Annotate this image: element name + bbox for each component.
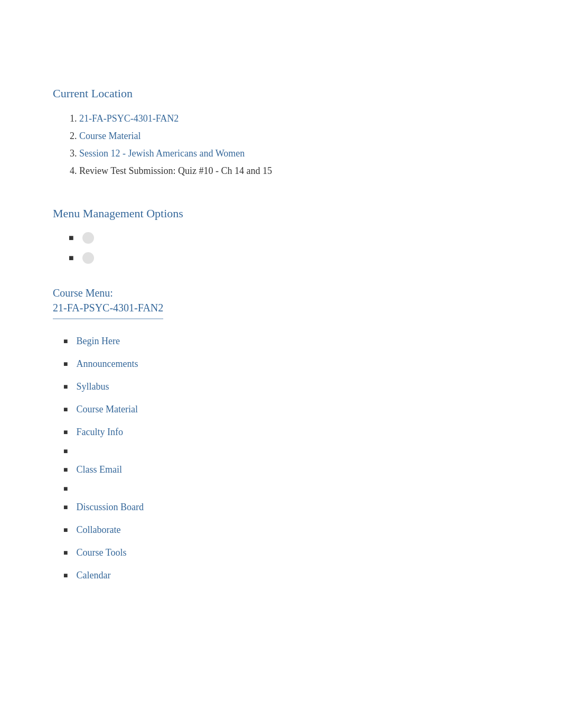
arrow-icon-class-email: ■ <box>63 464 68 475</box>
arrow-icon-faculty-info: ■ <box>63 427 68 438</box>
arrow-icon-discussion-board: ■ <box>63 502 68 513</box>
course-menu-title: Course Menu: 21-FA-PSYC-4301-FAN2 <box>53 285 163 319</box>
breadcrumb-link-3[interactable]: Session 12 - Jewish Americans and Women <box>79 148 245 159</box>
arrow-icon-empty-2: ■ <box>63 483 68 494</box>
course-menu-item-course-tools[interactable]: ■ Course Tools <box>53 541 508 564</box>
current-location-heading: Current Location <box>53 85 508 102</box>
breadcrumb-item-3[interactable]: Session 12 - Jewish Americans and Women <box>79 146 508 161</box>
arrow-icon-announcements: ■ <box>63 358 68 370</box>
course-menu-link-course-material[interactable]: Course Material <box>76 402 137 417</box>
course-menu-item-discussion-board[interactable]: ■ Discussion Board <box>53 496 508 519</box>
course-menu-item-begin-here[interactable]: ■ Begin Here <box>53 330 508 353</box>
arrow-icon-course-material: ■ <box>63 404 68 415</box>
breadcrumb-link-1[interactable]: 21-FA-PSYC-4301-FAN2 <box>79 113 179 124</box>
course-menu-link-discussion-board[interactable]: Discussion Board <box>76 500 144 514</box>
course-menu-item-class-email[interactable]: ■ Class Email <box>53 458 508 481</box>
arrow-icon-2: ■ <box>69 252 74 264</box>
course-menu-item-collaborate[interactable]: ■ Collaborate <box>53 519 508 541</box>
course-menu-item-empty-2: ■ <box>53 481 508 496</box>
arrow-icon-empty-1: ■ <box>63 446 68 457</box>
breadcrumb-item-1[interactable]: 21-FA-PSYC-4301-FAN2 <box>79 112 508 126</box>
course-menu-link-syllabus[interactable]: Syllabus <box>76 380 109 394</box>
breadcrumb-item-2[interactable]: Course Material <box>79 129 508 143</box>
course-menu-item-calendar[interactable]: ■ Calendar <box>53 564 508 587</box>
course-menu-item-syllabus[interactable]: ■ Syllabus <box>53 375 508 398</box>
breadcrumb-item-4: Review Test Submission: Quiz #10 - Ch 14… <box>79 164 508 178</box>
course-menu-item-announcements[interactable]: ■ Announcements <box>53 353 508 375</box>
arrow-icon-course-tools: ■ <box>63 547 68 558</box>
course-menu-link-class-email[interactable]: Class Email <box>76 463 122 477</box>
menu-icon-placeholder-2 <box>82 252 94 264</box>
arrow-icon-begin-here: ■ <box>63 336 68 347</box>
arrow-icon-1: ■ <box>69 232 74 244</box>
course-menu-link-announcements[interactable]: Announcements <box>76 357 138 371</box>
course-menu-item-empty-1: ■ <box>53 444 508 458</box>
course-menu-link-faculty-info[interactable]: Faculty Info <box>76 425 123 439</box>
arrow-icon-syllabus: ■ <box>63 381 68 392</box>
menu-management-section: Menu Management Options ■ ■ <box>53 205 508 264</box>
arrow-icon-calendar: ■ <box>63 570 68 581</box>
course-menu-section: Course Menu: 21-FA-PSYC-4301-FAN2 ■ Begi… <box>53 285 508 587</box>
course-menu-link-collaborate[interactable]: Collaborate <box>76 523 120 537</box>
course-menu-item-faculty-info[interactable]: ■ Faculty Info <box>53 421 508 444</box>
course-menu-item-course-material[interactable]: ■ Course Material <box>53 398 508 421</box>
menu-icon-placeholder-1 <box>82 232 94 244</box>
course-menu-link-course-tools[interactable]: Course Tools <box>76 546 126 560</box>
course-menu-title-line2: 21-FA-PSYC-4301-FAN2 <box>53 302 163 314</box>
course-menu-title-line1: Course Menu: <box>53 287 113 299</box>
arrow-icon-collaborate: ■ <box>63 524 68 536</box>
menu-management-item-2: ■ <box>69 252 508 264</box>
current-location-section: Current Location 21-FA-PSYC-4301-FAN2 Co… <box>53 85 508 178</box>
menu-management-list: ■ ■ <box>53 232 508 264</box>
breadcrumb-link-2[interactable]: Course Material <box>79 131 141 141</box>
menu-management-item-1: ■ <box>69 232 508 244</box>
course-menu-link-calendar[interactable]: Calendar <box>76 568 110 583</box>
course-menu-link-begin-here[interactable]: Begin Here <box>76 334 119 348</box>
menu-management-heading: Menu Management Options <box>53 205 508 222</box>
course-menu-list: ■ Begin Here ■ Announcements ■ Syllabus … <box>53 330 508 587</box>
breadcrumb-list: 21-FA-PSYC-4301-FAN2 Course Material Ses… <box>53 112 508 178</box>
